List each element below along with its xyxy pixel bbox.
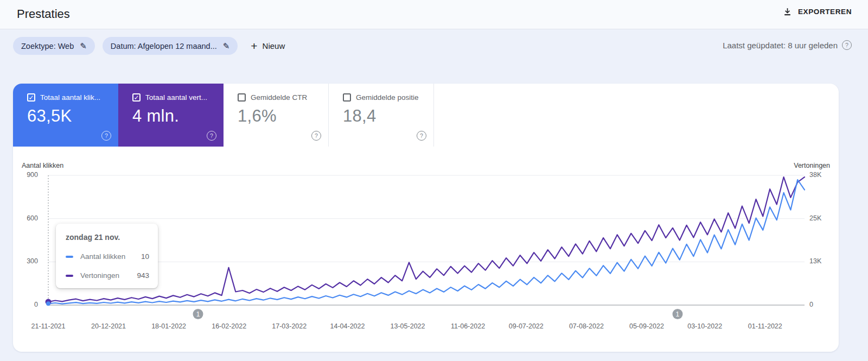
- chart-tooltip: zondag 21 nov. Aantal klikken 10 Vertoni…: [56, 224, 158, 288]
- download-icon: [783, 7, 792, 16]
- filter-chip-search-type-label: Zoektype: Web: [21, 42, 74, 50]
- left-axis-tick: 0: [13, 301, 38, 308]
- x-axis-date-label: 11-06-2022: [451, 322, 485, 330]
- last-updated-text: Laatst geüpdatet: 8 uur geleden: [723, 41, 838, 50]
- tooltip-row-clicks: Aantal klikken 10: [66, 252, 149, 261]
- x-axis-date-label: 13-05-2022: [391, 322, 425, 330]
- x-axis-date-label: 21-11-2021: [31, 322, 65, 330]
- x-axis-date-label: 14-04-2022: [330, 322, 365, 330]
- edit-pencil-icon: ✎: [223, 41, 230, 51]
- x-axis-date-label: 09-07-2022: [509, 322, 544, 330]
- x-axis-date-label: 01-11-2022: [748, 322, 782, 330]
- right-axis-tick: 38K: [809, 171, 821, 179]
- tooltip-date: zondag 21 nov.: [66, 233, 149, 242]
- x-axis-date-label: 03-10-2022: [687, 322, 722, 330]
- page-title: Prestaties: [17, 7, 70, 21]
- plus-icon: +: [251, 40, 257, 52]
- new-filter-button[interactable]: + Nieuw: [245, 37, 290, 55]
- edit-pencil-icon: ✎: [80, 41, 87, 51]
- help-icon[interactable]: ?: [842, 40, 852, 50]
- new-filter-label: Nieuw: [263, 41, 285, 50]
- right-axis-tick: 13K: [809, 257, 821, 265]
- x-axis-date-label: 20-12-2021: [91, 322, 126, 330]
- impressions-series-swatch: [66, 275, 73, 277]
- left-axis-tick: 600: [13, 214, 38, 222]
- performance-panel: ✓ Totaal aantal klik... 63,5K ? ✓ Totaal…: [13, 84, 839, 352]
- filter-chip-date-label: Datum: Afgelopen 12 maand...: [111, 42, 217, 50]
- annotation-marker[interactable]: 1: [193, 309, 203, 319]
- right-axis-tick: 25K: [809, 214, 821, 222]
- filter-chip-date[interactable]: Datum: Afgelopen 12 maand... ✎: [103, 37, 238, 55]
- x-axis-date-label: 18-01-2022: [151, 322, 186, 330]
- performance-line-chart[interactable]: [13, 84, 839, 352]
- left-axis-tick: 900: [13, 171, 38, 179]
- left-axis-tick: 300: [13, 257, 38, 265]
- x-axis-date-label: 05-09-2022: [629, 322, 664, 330]
- tooltip-row-impressions: Vertoningen 943: [66, 271, 149, 280]
- top-header-bar: [0, 0, 868, 29]
- export-button[interactable]: EXPORTEREN: [783, 7, 852, 16]
- filter-chip-search-type[interactable]: Zoektype: Web ✎: [13, 37, 95, 55]
- annotation-marker[interactable]: 1: [672, 309, 682, 319]
- right-axis-tick: 0: [809, 301, 813, 308]
- x-axis-date-label: 07-08-2022: [569, 322, 604, 330]
- x-axis-date-label: 16-02-2022: [212, 322, 246, 330]
- export-button-label: EXPORTEREN: [798, 8, 852, 16]
- x-axis-date-label: 17-03-2022: [272, 322, 307, 330]
- clicks-series-swatch: [66, 256, 73, 258]
